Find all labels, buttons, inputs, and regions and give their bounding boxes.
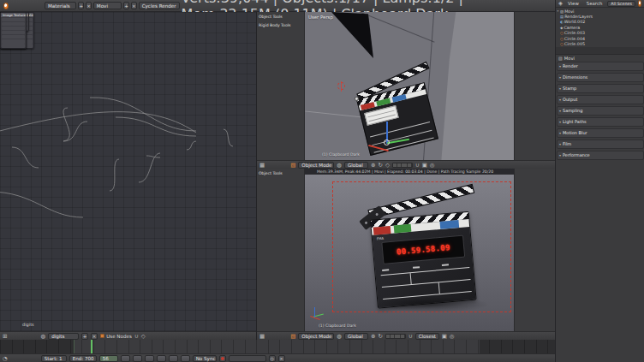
panel-expand-icon[interactable] [559,74,561,80]
properties-tab-icon[interactable] [571,47,578,54]
manipulator-translate-icon[interactable]: ⊕ [371,162,375,169]
shading-sphere-icon[interactable]: ◍ [337,333,342,340]
properties-tab-icon[interactable] [600,47,607,54]
properties-tab-icon[interactable] [608,47,615,54]
properties-tab-icon[interactable] [557,47,564,54]
panel-expand-icon[interactable] [559,86,561,91]
outliner-row[interactable]: ◐ World.002 ◉ ⊕ ◆ [556,20,644,25]
viewport-top[interactable]: Object Tools Rigid Body Tools [257,12,555,169]
outliner-row[interactable]: ○ Circle.004 ◉ ⊕ ◆ [556,36,644,41]
snap-magnet-icon[interactable]: ∪ [134,333,139,340]
outliner-row[interactable]: ○ Circle.003 ◉ ⊕ ◆ [556,31,644,36]
properties-tab-icon[interactable] [623,47,629,54]
manipulator-rotate-icon[interactable]: ↻ [378,333,382,340]
render-engine-select[interactable]: Cycles Render [139,2,180,9]
snap-magnet-icon[interactable]: ∪ [408,333,413,340]
editor-type-icon[interactable]: ◈ [558,0,563,7]
panel-expand-icon[interactable] [559,119,561,124]
panel-expand-icon[interactable] [559,63,561,68]
mode-select[interactable]: Object Mode [298,162,334,169]
panel-header[interactable]: Dimensions [558,74,643,80]
playback-button[interactable] [121,355,130,362]
scene-select[interactable]: Movi [93,2,122,9]
properties-tab-icon[interactable] [579,47,586,54]
datablock-name[interactable]: RenderLayers [564,15,644,19]
datablock-name[interactable]: Circle.005 [564,42,644,46]
viewport-canvas[interactable]: FMA 00.59.58.09 Mem:39.34M, Peak:44.02M … [305,169,514,331]
panel-expand-icon[interactable] [559,141,561,146]
panel-header[interactable]: Light Paths [558,118,643,124]
panel-expand-icon[interactable] [559,108,561,113]
node-row[interactable] [2,22,25,27]
properties-tab-icon[interactable] [615,47,622,54]
properties-tab-icon[interactable] [629,47,636,54]
panel-expand-icon[interactable] [559,152,561,157]
viewport-canvas[interactable]: User Persp (1) Clapboard Dark [305,12,514,160]
manipulator-scale-icon[interactable]: ◇ [385,162,390,169]
editor-type-icon[interactable]: ▦ [259,333,265,340]
playback-button[interactable] [181,355,190,362]
auto-keyframe-button[interactable] [219,355,226,362]
material-name-field[interactable]: digits [48,333,79,340]
node-row[interactable] [2,35,25,39]
shader-node[interactable]: Image Texture [0,12,27,49]
panel-header[interactable]: Render [558,62,643,68]
datablock-name[interactable]: Camera [564,26,644,30]
playhead[interactable] [91,340,92,353]
datablock-name[interactable]: World.002 [564,20,644,24]
end-frame-field[interactable]: End: 700 [69,355,97,362]
panel-header[interactable]: Sampling [558,107,643,113]
blender-logo-icon[interactable] [3,3,9,9]
clapperboard-render[interactable]: FMA 00.59.58.09 [361,187,497,316]
keying-set-add-icon[interactable]: ◇ [269,355,276,362]
tool-shelf-panel-title[interactable]: Object Tools [259,171,302,175]
outliner-row[interactable]: ▤ RenderLayers ◉ ⊕ ◆ [556,14,644,19]
outliner-row[interactable]: ▾ ▧ Movi ◉ ⊕ ◆ [556,9,644,14]
properties-tab-icon[interactable] [637,47,644,54]
playback-button[interactable] [133,355,142,362]
node-row[interactable] [2,44,25,48]
close-layout-button[interactable]: × [86,2,92,9]
close-scene-button[interactable]: × [131,2,137,9]
datablock-name[interactable]: Circle.004 [564,37,644,41]
panel-header[interactable]: Film [558,140,643,146]
outliner-view-menu[interactable]: View [565,1,581,6]
use-nodes-checkbox[interactable]: Use Nodes [100,334,132,339]
editor-type-icon[interactable]: ⊞ [3,333,7,340]
add-material-button[interactable]: + [81,333,88,340]
datablock-name[interactable]: Circle.003 [564,31,644,35]
start-frame-field[interactable]: Start: 1 [41,355,67,362]
panel-header[interactable]: Motion Blur [558,129,643,135]
panel-header[interactable]: Output [558,96,643,102]
shading-sphere-icon[interactable]: ◍ [337,162,342,169]
outliner-row[interactable]: ○ Circle.005 ◉ ⊕ ◆ [556,41,644,46]
panel-header[interactable]: Stamp [558,85,643,91]
node-row[interactable] [2,31,25,35]
manipulator-rotate-icon[interactable]: ↻ [378,162,382,169]
playback-button[interactable] [169,355,178,362]
editor-type-icon[interactable]: ▦ [259,162,265,169]
keying-set-field[interactable] [229,355,266,362]
keying-set-remove-icon[interactable]: × [278,355,285,362]
datablock-name[interactable]: Movi [564,9,644,14]
snap-magnet-icon[interactable]: ∪ [415,162,420,169]
unlink-material-button[interactable]: × [91,333,98,340]
properties-tab-icon[interactable] [586,47,593,54]
editor-type-icon[interactable]: ◔ [3,355,8,362]
screen-layout-select[interactable]: Materials [45,2,76,9]
snap-target-select[interactable]: Closest [415,333,439,340]
layers-widget[interactable] [385,334,406,339]
node-row[interactable] [2,18,25,22]
render-image-icon[interactable]: ◎ [450,333,455,340]
properties-tab-icon[interactable] [593,47,600,54]
layers-widget[interactable] [392,163,413,168]
tool-shelf-panel-title[interactable]: Object Tools [259,15,302,19]
gizmo-center[interactable] [384,139,390,145]
current-frame-field[interactable]: 56 [99,355,118,362]
render-camera-icon[interactable]: ▣ [442,333,447,340]
node-row[interactable] [2,39,25,44]
viewport-bottom[interactable]: Object Tools FMA 00.59.58.09 [257,169,555,340]
sync-mode-select[interactable]: No Sync [193,355,217,362]
properties-tab-icon[interactable] [564,47,571,54]
add-layout-button[interactable]: + [78,2,84,9]
